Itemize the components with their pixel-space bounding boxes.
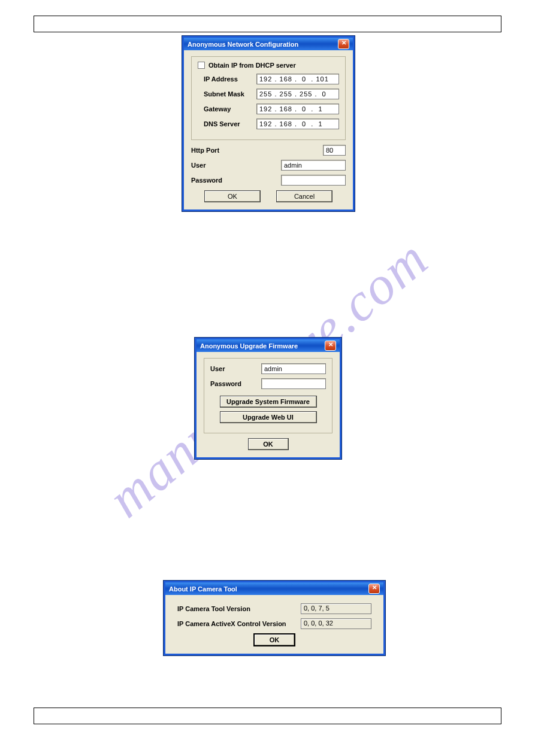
tool-version-value: 0, 0, 7, 5 (301, 603, 371, 614)
ok-button-net[interactable]: OK (204, 190, 261, 202)
user-input-upg[interactable] (261, 363, 326, 374)
subnet-mask-input[interactable] (256, 89, 339, 99)
http-port-label: Http Port (191, 147, 219, 154)
network-config-dialog: Anonymous Network Configuration ✕ Obtain… (182, 36, 355, 211)
close-icon[interactable]: ✕ (325, 341, 336, 351)
about-title-text: About IP Camera Tool (169, 585, 237, 593)
about-dialog: About IP Camera Tool ✕ IP Camera Tool Ve… (164, 581, 385, 655)
about-titlebar: About IP Camera Tool ✕ (165, 582, 383, 595)
password-label-net: Password (191, 177, 222, 184)
subnet-mask-label: Subnet Mask (204, 90, 244, 98)
password-label-upg: Password (210, 380, 241, 387)
close-icon[interactable]: ✕ (368, 584, 380, 594)
ok-button-upg[interactable]: OK (248, 438, 289, 450)
user-label-upg: User (210, 365, 225, 372)
activex-version-label: IP Camera ActiveX Control Version (177, 620, 286, 627)
upgrade-firmware-dialog: Anonymous Upgrade Firmware ✕ User Passwo… (195, 338, 341, 459)
upgrade-system-firmware-button[interactable]: Upgrade System Firmware (220, 396, 317, 408)
cancel-button-net[interactable]: Cancel (276, 190, 333, 202)
gateway-label: Gateway (204, 105, 231, 113)
activex-version-value: 0, 0, 0, 32 (301, 618, 371, 629)
upgrade-groupbox: User Password Upgrade System Firmware Up… (204, 358, 333, 433)
page-footer-rule (34, 708, 501, 724)
page-header-rule (34, 16, 501, 32)
upgrade-title-text: Anonymous Upgrade Firmware (200, 342, 298, 350)
upgrade-titlebar: Anonymous Upgrade Firmware ✕ (197, 339, 340, 352)
user-input-net[interactable] (281, 160, 346, 171)
ip-address-label: IP Address (204, 75, 238, 83)
dns-server-input[interactable] (256, 119, 339, 129)
gateway-input[interactable] (256, 104, 339, 114)
dhcp-groupbox: Obtain IP from DHCP server IP Address Su… (191, 56, 346, 140)
close-icon[interactable]: ✕ (338, 39, 349, 49)
password-input-net[interactable] (281, 175, 346, 186)
ip-address-input[interactable] (256, 74, 339, 84)
network-title-text: Anonymous Network Configuration (188, 41, 298, 48)
dns-server-label: DNS Server (204, 120, 240, 127)
http-port-input[interactable] (323, 145, 346, 156)
dhcp-label: Obtain IP from DHCP server (208, 62, 296, 69)
password-input-upg[interactable] (261, 378, 326, 389)
dhcp-checkbox[interactable] (198, 62, 205, 69)
user-label-net: User (191, 162, 205, 169)
ok-button-about[interactable]: OK (253, 633, 295, 646)
upgrade-web-ui-button[interactable]: Upgrade Web UI (220, 411, 317, 423)
tool-version-label: IP Camera Tool Version (177, 605, 250, 612)
network-titlebar: Anonymous Network Configuration ✕ (184, 38, 353, 50)
